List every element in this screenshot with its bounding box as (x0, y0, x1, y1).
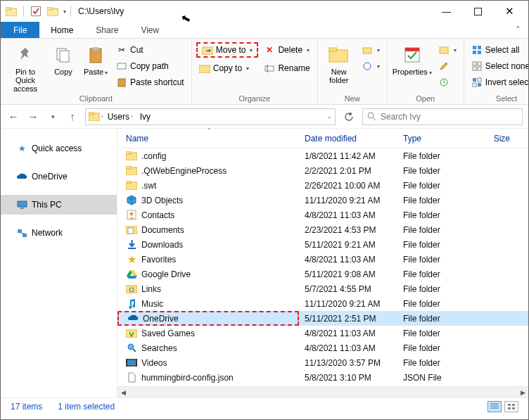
table-row[interactable]: Downloads5/11/2021 9:21 AMFile folder (117, 237, 528, 252)
paste-button[interactable]: Paste▾ (81, 41, 110, 77)
ribbon-tabs: File Home Share View ˄ (1, 22, 528, 39)
row-date: 11/11/2020 9:21 AM (299, 196, 397, 205)
nav-quick-access[interactable]: ★Quick access (1, 139, 117, 158)
column-size[interactable]: Size (482, 134, 516, 144)
chevron-right-icon[interactable]: › (101, 113, 103, 120)
search-icon (126, 343, 137, 354)
svg-point-52 (130, 212, 134, 216)
details-view-button[interactable] (487, 401, 502, 412)
table-row[interactable]: .swt2/26/2021 10:00 AMFile folder (117, 178, 528, 193)
row-date: 2/23/2021 4:53 PM (299, 225, 397, 235)
row-name: Music (141, 299, 163, 309)
folder-icon (126, 165, 137, 177)
svg-rect-26 (473, 51, 476, 54)
row-type: JSON File (397, 373, 482, 383)
svg-rect-46 (126, 151, 131, 154)
edit-button[interactable] (435, 58, 459, 74)
crumb-ivy[interactable]: Ivy (137, 112, 153, 122)
up-button[interactable]: ↑ (65, 110, 79, 124)
games-icon (126, 328, 137, 339)
svg-rect-62 (127, 360, 136, 365)
address-dropdown-icon[interactable]: ⌄ (327, 113, 332, 120)
nav-this-pc[interactable]: This PC (1, 195, 117, 215)
table-row[interactable]: Saved Games4/8/2021 11:03 AMFile folder (117, 326, 528, 341)
table-row[interactable]: .config1/8/2021 11:42 AMFile folder (117, 148, 528, 163)
minimize-button[interactable]: — (431, 1, 462, 21)
column-date[interactable]: Date modified (299, 134, 397, 144)
copy-button[interactable]: Copy (49, 41, 78, 76)
row-name: Google Drive (141, 269, 191, 279)
address-bar[interactable]: › Users› Ivy ⌄ (85, 108, 336, 125)
table-row[interactable]: Google Drive5/11/2021 9:08 AMFile folder (117, 267, 528, 281)
copy-to-button[interactable]: Copy to▾ (196, 61, 259, 76)
svg-rect-22 (440, 47, 448, 53)
close-button[interactable]: ✕ (494, 1, 525, 21)
rename-button[interactable]: Rename (261, 61, 312, 76)
new-item-icon (362, 44, 373, 56)
horizontal-scrollbar[interactable]: ◀▶ (117, 386, 528, 397)
row-name: .config (141, 151, 166, 161)
pin-quick-access-button[interactable]: Pin to Quick access (5, 41, 46, 93)
history-icon (438, 77, 450, 88)
svg-rect-64 (136, 359, 137, 367)
properties-button[interactable]: Properties▾ (392, 41, 433, 77)
easy-access-button[interactable]: ▾ (359, 58, 383, 74)
paste-shortcut-button[interactable]: Paste shortcut (113, 75, 187, 90)
history-button[interactable] (435, 75, 459, 90)
cut-button[interactable]: ✂Cut (113, 42, 187, 58)
videos-icon (126, 357, 137, 369)
row-type: File folder (397, 151, 482, 161)
delete-button[interactable]: ✕Delete▾ (261, 42, 312, 58)
tab-file[interactable]: File (1, 22, 39, 38)
svg-rect-9 (93, 47, 98, 51)
svg-point-19 (364, 63, 371, 70)
copy-to-icon (199, 63, 210, 74)
new-folder-button[interactable]: New folder (322, 41, 356, 84)
move-to-button[interactable]: Move to▾ (196, 42, 259, 58)
open-button[interactable]: ▾ (435, 42, 459, 58)
tab-share[interactable]: Share (84, 22, 129, 38)
table-row[interactable]: OneDrive5/11/2021 2:51 PMFile folder (117, 311, 528, 326)
table-row[interactable]: ★Favorites4/8/2021 11:03 AMFile folder (117, 252, 528, 267)
forward-button[interactable]: → (26, 110, 40, 124)
tab-home[interactable]: Home (39, 22, 84, 38)
table-row[interactable]: Searches4/8/2021 11:03 AMFile folder (117, 341, 528, 355)
svg-rect-71 (512, 407, 515, 409)
svg-rect-11 (118, 79, 125, 87)
select-none-button[interactable]: Select none (469, 58, 529, 74)
row-type: File folder (397, 166, 482, 176)
checkbox-icon[interactable] (28, 4, 44, 19)
table-row[interactable]: Documents2/23/2021 4:53 PMFile folder (117, 222, 528, 237)
table-row[interactable]: Links5/7/2021 4:55 PMFile folder (117, 281, 528, 296)
nav-network[interactable]: Network (1, 223, 117, 243)
svg-rect-21 (405, 48, 419, 51)
copy-path-button[interactable]: Copy path (113, 58, 187, 74)
table-row[interactable]: Contacts4/8/2021 11:03 AMFile folder (117, 208, 528, 222)
svg-rect-14 (265, 66, 274, 71)
back-button[interactable]: ← (6, 110, 20, 124)
table-row[interactable]: Music11/11/2020 9:21 AMFile folder (117, 296, 528, 311)
new-item-button[interactable]: ▾ (359, 42, 383, 58)
qat-dropdown-icon[interactable]: ▾ (63, 8, 66, 15)
svg-rect-43 (23, 234, 27, 237)
nav-onedrive[interactable]: OneDrive (1, 167, 117, 186)
select-all-button[interactable]: Select all (469, 42, 529, 58)
table-row[interactable]: hummingbird-config.json5/8/2021 3:10 PMJ… (117, 370, 528, 385)
table-row[interactable]: Videos11/13/2020 3:57 PMFile folder (117, 355, 528, 370)
column-name[interactable]: Name (117, 134, 299, 144)
sort-indicator-icon: ˄ (208, 127, 211, 134)
recent-dropdown[interactable]: ▾ (46, 110, 60, 124)
maximize-button[interactable] (462, 1, 494, 21)
table-row[interactable]: 3D Objects11/11/2020 9:21 AMFile folder (117, 193, 528, 208)
table-row[interactable]: .QtWebEngineProcess2/2/2021 2:01 PMFile … (117, 163, 528, 178)
refresh-button[interactable] (341, 109, 357, 125)
group-open: Properties▾ ▾ Open (388, 39, 464, 104)
large-icons-view-button[interactable] (504, 401, 518, 412)
search-input[interactable]: Search Ivy (362, 108, 523, 125)
column-type[interactable]: Type (397, 134, 482, 144)
folder-small-icon[interactable] (45, 4, 60, 19)
crumb-users[interactable]: Users› (105, 112, 136, 122)
collapse-ribbon-icon[interactable]: ˄ (507, 22, 528, 38)
tab-view[interactable]: View (129, 22, 170, 38)
invert-selection-button[interactable]: Invert selection (469, 75, 529, 90)
